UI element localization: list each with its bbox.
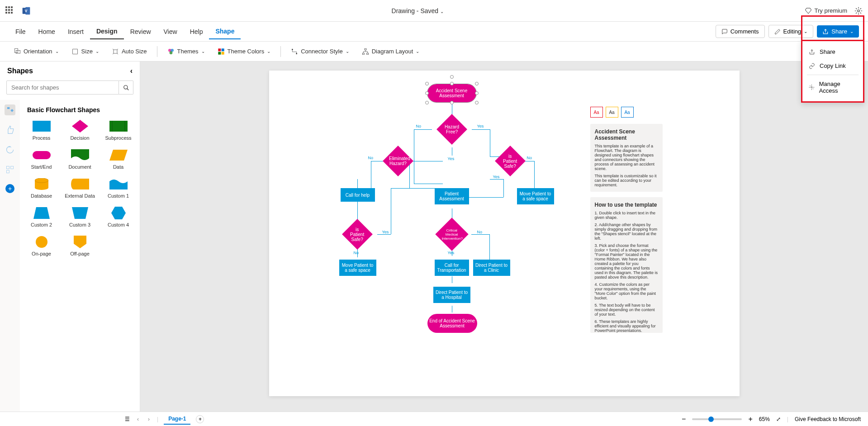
document-title[interactable]: Drawing - Saved ⌄ [31,7,805,14]
shape-decision[interactable]: Decision [63,120,97,141]
rail-recent-icon[interactable] [5,144,15,155]
shape-start[interactable]: Accident Scene Assessment [427,84,476,102]
canvas-area[interactable]: No Yes Yes No No Yes Yes No No Yes Accid… [140,62,868,412]
theme-colors-button[interactable]: Theme Colors ⌄ [213,45,275,58]
rail-flowchart-icon[interactable] [5,104,15,115]
shape-custom2[interactable]: Custom 2 [24,207,58,227]
label-yes: Yes [493,175,500,179]
shape-onpage[interactable]: On-page [24,236,58,256]
menu-review[interactable]: Review [124,24,157,39]
autosize-button[interactable]: Auto Size [107,45,152,58]
share-menu-share[interactable]: Share [802,45,863,59]
shape-move-patient-1[interactable]: Move Patient to a safe space [517,188,554,204]
page-prev[interactable]: ‹ [135,416,141,422]
shape-subprocess[interactable]: Subprocess [101,120,135,141]
zoom-out-button[interactable]: − [682,415,686,423]
page-next[interactable]: › [146,416,152,422]
shapes-search-button[interactable] [119,80,133,95]
size-button[interactable]: Size ⌄ [67,45,104,58]
share-menu-copy-link[interactable]: Copy Link [802,59,863,73]
diagram-layout-button[interactable]: Diagram Layout ⌄ [357,45,424,58]
editing-mode-button[interactable]: Editing ⌄ [768,25,814,38]
svg-point-3 [858,9,860,12]
label-no: No [477,230,483,234]
swatch-blue[interactable]: Aa [621,107,634,118]
rail-like-icon[interactable] [5,124,15,135]
orientation-button[interactable]: Orientation ⌄ [9,45,63,58]
shape-patient-assessment[interactable]: Patient Assessment [435,188,469,204]
shape-patient-safe-1[interactable]: is Patient Safe? [495,146,526,176]
shape-patient-safe-2[interactable]: is Patient Safe? [342,219,373,250]
label-yes: Yes [477,124,484,128]
shape-critical-medical[interactable]: Critical Medical Intervention? [435,218,469,251]
settings-icon[interactable] [854,7,863,15]
shape-offpage[interactable]: Off-page [63,236,97,256]
menu-view[interactable]: View [157,24,184,39]
info-panel-2: How to use the template 1. Double click … [590,197,663,333]
menu-shape[interactable]: Shape [209,24,241,39]
rotate-handle[interactable] [450,75,454,79]
connector-style-button[interactable]: Connector Style ⌄ [286,45,354,58]
page-tab-1[interactable]: Page-1 [164,414,190,425]
label-no: No [354,251,359,255]
shape-startend[interactable]: Start/End [24,149,58,170]
svg-rect-26 [33,121,51,132]
rail-add-button[interactable]: + [5,184,14,193]
theme-colors-icon [218,48,225,55]
zoom-level[interactable]: 65% [759,416,770,422]
shape-direct-clinic[interactable]: Direct Patient to a Clinic [473,260,510,276]
swatch-red[interactable]: Aa [590,107,603,118]
comments-button[interactable]: Comments [716,25,765,38]
share-icon [822,28,829,35]
try-premium-button[interactable]: Try premium [805,7,847,14]
shapes-panel: Shapes ‹ + Basic Flowchart Shapes Proces… [0,62,140,412]
shape-external-data[interactable]: External Data [63,178,97,199]
app-launcher[interactable] [5,6,14,15]
shape-database[interactable]: Database [24,178,58,199]
canvas-page[interactable]: No Yes Yes No No Yes Yes No No Yes Accid… [269,71,740,396]
shape-call-help[interactable]: Call for help [341,188,375,202]
share-dropdown: Share Copy Link Manage Access [801,40,864,103]
zoom-in-button[interactable]: + [748,415,752,423]
shape-custom3[interactable]: Custom 3 [63,207,97,227]
shape-hazard-free[interactable]: Hazard Free? [436,114,467,145]
info-panel-1: Accident Scene Assessment This template … [590,124,663,192]
collapse-shapes-icon[interactable]: ‹ [130,67,133,75]
gear-icon [809,84,815,90]
svg-rect-8 [114,50,117,53]
themes-button[interactable]: Themes ⌄ [163,45,209,58]
svg-point-4 [811,86,812,88]
svg-rect-14 [218,52,221,54]
share-menu-manage-access[interactable]: Manage Access [802,77,863,98]
shape-end[interactable]: End of Accident Scene Assessment [427,314,477,333]
shapes-search-input[interactable] [6,80,119,95]
menu-file[interactable]: File [9,24,32,39]
add-page-button[interactable]: + [196,415,204,423]
shape-process[interactable]: Process [24,120,58,141]
menu-insert[interactable]: Insert [62,24,90,39]
feedback-link[interactable]: Give Feedback to Microsoft [795,416,861,422]
svg-rect-23 [7,166,9,169]
menu-design[interactable]: Design [90,24,124,39]
shape-direct-hospital[interactable]: Direct Patient to a Hospital [433,287,470,303]
swatch-yellow[interactable]: Aa [606,107,618,118]
shape-data[interactable]: Data [101,149,135,170]
share-button[interactable]: Share ⌄ [817,25,859,38]
page-list-icon[interactable]: ☰ [125,416,130,422]
shape-eliminated-hazard[interactable]: Eliminated Hazard? [383,146,413,176]
shape-custom1[interactable]: Custom 1 [101,178,135,199]
shape-call-transport[interactable]: Call for Transportation [435,260,469,276]
svg-rect-25 [7,170,9,173]
shape-document[interactable]: Document [63,149,97,170]
menu-help[interactable]: Help [184,24,209,39]
shape-move-patient-2[interactable]: Move Patient to a safe space [339,260,376,276]
rail-more-icon[interactable] [5,164,15,175]
menu-home[interactable]: Home [32,24,62,39]
shape-custom4[interactable]: Custom 4 [101,207,135,227]
fit-page-button[interactable]: ⤢ [776,416,781,422]
svg-rect-30 [33,151,51,159]
connector-icon [291,48,298,55]
svg-text:V: V [25,9,28,13]
zoom-slider[interactable] [692,418,742,420]
svg-rect-12 [218,48,221,51]
